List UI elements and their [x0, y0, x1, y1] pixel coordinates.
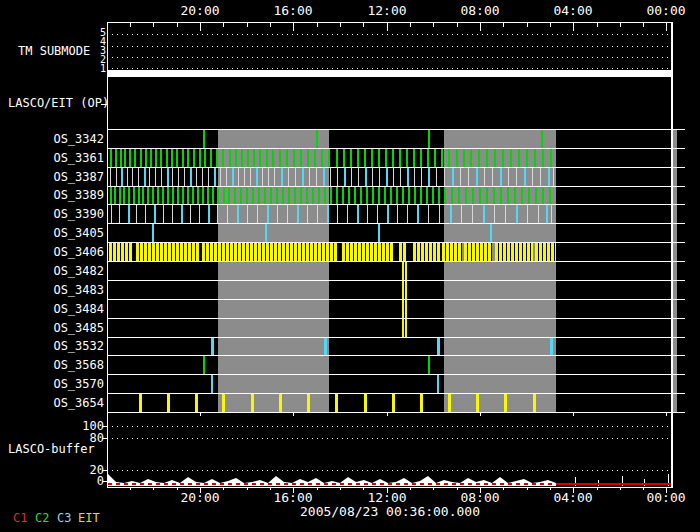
os-event-tick-green — [176, 149, 178, 167]
os-event-tick-green — [253, 149, 255, 167]
os-event-tick-cyan — [548, 168, 550, 186]
os-event-tick-green — [514, 187, 516, 204]
os-event-tick-white_tick — [287, 205, 288, 223]
os-event-tick-green — [204, 149, 206, 167]
os-event-tick-green — [203, 356, 205, 374]
os-event-tick-cyan — [232, 168, 234, 186]
top-minor-tick — [223, 22, 224, 27]
os-event-tick-white_tick — [149, 168, 150, 186]
os-event-tick-white_tick — [484, 168, 485, 186]
os-event-tick-green — [240, 187, 242, 204]
bottom-major-tick — [387, 487, 388, 493]
os-event-tick-green — [134, 149, 136, 167]
os-event-tick-white_tick — [337, 168, 338, 186]
os-event-tick-white_tick — [295, 168, 296, 186]
os-event-tick-green — [171, 149, 173, 167]
os-event-tick-green — [384, 187, 386, 204]
os-row-separator — [107, 280, 685, 281]
bottom-minor-tick — [643, 487, 644, 490]
os-event-tick-green — [247, 149, 249, 167]
os-event-tick-cyan — [144, 168, 146, 186]
os-event-tick-white_tick — [244, 168, 245, 186]
os-event-tick-green — [133, 187, 135, 204]
os-event-tick-white_tick — [461, 205, 462, 223]
os-event-tick-cyan — [378, 224, 380, 242]
os-event-tick-yellow — [405, 300, 407, 318]
os-event-tick-green — [486, 187, 488, 204]
top-minor-tick — [433, 22, 434, 27]
os-event-tick-green — [294, 187, 296, 204]
os-event-tick-white_tick — [351, 168, 352, 186]
os-event-tick-green — [472, 187, 474, 204]
os-row-label: OS_3387 — [0, 171, 104, 183]
top-minor-tick — [130, 22, 131, 27]
os-event-tick-green — [378, 149, 380, 167]
os-event-tick-white_tick — [238, 168, 239, 186]
os-event-tick-yellow — [405, 281, 407, 299]
os-event-tick-green — [444, 187, 446, 204]
os-event-tick-green — [458, 187, 460, 204]
os-event-tick-green — [465, 187, 467, 204]
top-axis-line — [107, 22, 672, 23]
os-event-tick-green — [542, 149, 544, 167]
os-row-bar-segment — [535, 243, 556, 261]
os-event-tick-green — [456, 149, 458, 167]
os-event-tick-white_tick — [202, 168, 203, 186]
os-event-tick-yellow — [405, 262, 407, 280]
os-event-tick-white_tick — [397, 205, 398, 223]
os-event-tick-white_tick — [145, 205, 146, 223]
os-event-tick-white_tick — [257, 205, 258, 223]
os-event-tick-green — [142, 187, 144, 204]
top-time-label: 12:00 — [352, 4, 422, 17]
os-event-tick-yellow — [251, 394, 254, 412]
os-event-tick-white_tick — [196, 168, 197, 186]
os-event-tick-green — [123, 187, 125, 204]
os-event-tick-yellow — [504, 394, 507, 412]
os-event-tick-white_tick — [268, 168, 269, 186]
os-row-label: OS_3532 — [0, 340, 104, 352]
top-minor-tick — [527, 22, 528, 27]
os-event-tick-green — [549, 187, 551, 204]
os-event-tick-green — [157, 187, 159, 204]
os-event-tick-green — [312, 187, 314, 204]
os-event-tick-green — [162, 187, 164, 204]
os-event-tick-green — [120, 149, 122, 167]
os-row-bar-segment — [442, 243, 462, 261]
os-row-separator — [107, 261, 685, 262]
os-event-tick-cyan — [281, 168, 283, 186]
os-event-tick-yellow — [533, 394, 536, 412]
os-event-tick-green — [197, 187, 199, 204]
os-event-tick-green — [396, 187, 398, 204]
os-event-tick-white_tick — [472, 205, 473, 223]
telemetry-plot-window: TM SUBMODE LASCO/EIT (OP) LASCO-buffer 2… — [0, 0, 700, 532]
os-event-tick-white_tick — [439, 205, 440, 223]
os-event-tick-white_tick — [492, 168, 493, 186]
os-row-separator — [107, 167, 685, 168]
os-event-tick-white_tick — [250, 168, 251, 186]
os-event-tick-green — [451, 187, 453, 204]
os-event-tick-green — [420, 187, 422, 204]
os-event-tick-green — [212, 187, 214, 204]
os-event-tick-white_tick — [407, 205, 408, 223]
os-row-label: OS_3406 — [0, 246, 104, 258]
top-major-tick — [666, 22, 667, 31]
os-event-tick-white_tick — [372, 168, 373, 186]
bottom-minor-tick — [223, 487, 224, 490]
os-event-tick-green — [414, 187, 416, 204]
os-event-tick-white_tick — [347, 205, 348, 223]
os-event-tick-green — [316, 130, 318, 148]
os-event-tick-green — [166, 149, 168, 167]
os-event-tick-green — [246, 187, 248, 204]
os-event-tick-green — [364, 149, 366, 167]
os-event-tick-green — [406, 149, 408, 167]
os-event-tick-green — [392, 149, 394, 167]
os-event-tick-green — [390, 187, 392, 204]
bottom-minor-tick — [340, 487, 341, 490]
os-event-tick-cyan — [387, 205, 389, 223]
bottom-minor-tick — [247, 487, 248, 490]
os-event-tick-green — [300, 149, 302, 167]
os-event-tick-cyan — [516, 205, 518, 223]
os-event-tick-green — [426, 187, 428, 204]
os-event-tick-green — [494, 149, 496, 167]
os-event-tick-green — [402, 187, 404, 204]
